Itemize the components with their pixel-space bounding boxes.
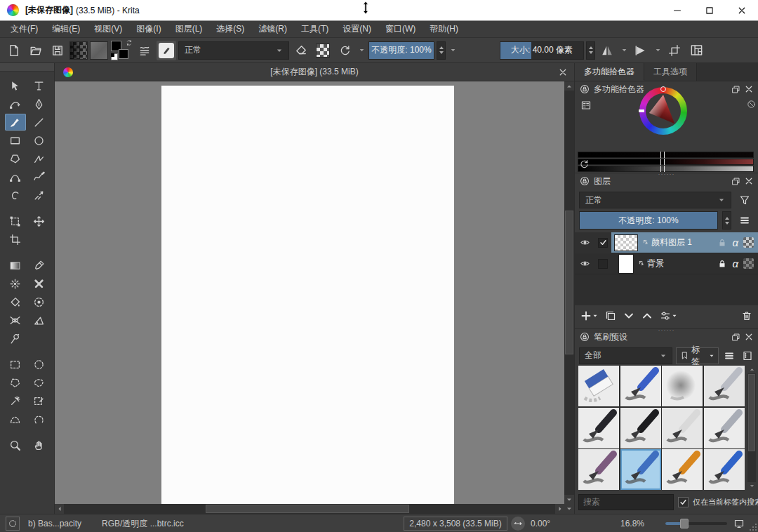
brush-preset-fineliner-white[interactable] xyxy=(662,408,703,448)
layer-inherit-alpha[interactable] xyxy=(743,237,754,248)
close-docker-icon[interactable] xyxy=(745,85,753,93)
save-button[interactable] xyxy=(48,41,67,60)
close-docker-icon[interactable] xyxy=(745,333,753,341)
layer-visibility-toggle[interactable] xyxy=(575,253,594,274)
bezier-curve-tool[interactable] xyxy=(5,168,26,185)
colorize-mask-tool[interactable] xyxy=(5,275,26,292)
mirror-horizontal-dropdown[interactable] xyxy=(619,41,629,60)
ellipse-tool[interactable] xyxy=(29,132,50,149)
background-color-swatch[interactable] xyxy=(119,49,128,59)
search-in-tag-checkbox[interactable] xyxy=(678,497,689,507)
polygon-select-tool[interactable] xyxy=(5,374,26,391)
vertical-scroll-thumb[interactable] xyxy=(565,211,573,354)
add-layer-button[interactable] xyxy=(580,310,598,321)
brush-preset-metal-pen[interactable] xyxy=(704,408,745,448)
preserve-alpha-button[interactable] xyxy=(313,41,333,60)
menu-item-10[interactable]: 帮助(H) xyxy=(423,21,465,37)
size-slider[interactable]: 大小: 40.00 像素 xyxy=(500,41,584,60)
opacity-spinner[interactable] xyxy=(437,41,446,60)
color-sampler-tool[interactable] xyxy=(29,257,50,274)
color-bar-saturation[interactable] xyxy=(578,159,754,165)
edit-brush-settings-button[interactable] xyxy=(157,41,176,60)
multibrush-tool[interactable] xyxy=(29,187,50,204)
layer-blend-dropdown[interactable]: 正常 xyxy=(579,192,731,208)
float-docker-icon[interactable] xyxy=(731,177,740,186)
layer-lock-icon[interactable] xyxy=(717,259,727,269)
color-bar-marker[interactable] xyxy=(660,166,665,172)
crop-tool[interactable] xyxy=(5,231,26,248)
magnetic-select-tool[interactable] xyxy=(29,411,50,427)
layer-inherit-alpha[interactable] xyxy=(743,258,754,269)
freehand-path-tool[interactable] xyxy=(29,168,50,185)
lock-docker-icon[interactable] xyxy=(580,84,590,94)
scroll-down-icon[interactable] xyxy=(747,482,756,490)
layer-options-button[interactable] xyxy=(736,215,754,226)
tag-button[interactable]: 标签 xyxy=(676,347,719,364)
tab-advanced-color-selector[interactable]: 多功能拾色器 xyxy=(575,63,644,81)
hue-marker[interactable] xyxy=(660,86,666,92)
similar-select-tool[interactable] xyxy=(29,392,50,409)
workspace-chooser-button[interactable] xyxy=(686,41,706,60)
rotation-icon[interactable] xyxy=(511,517,525,531)
new-document-button[interactable] xyxy=(4,41,24,60)
layer-filter-button[interactable] xyxy=(736,192,754,208)
selection-mode-button[interactable] xyxy=(6,517,20,531)
menu-item-4[interactable]: 图层(L) xyxy=(168,21,210,37)
measure-tool[interactable] xyxy=(29,312,50,328)
delete-layer-button[interactable] xyxy=(741,310,752,321)
layer-visibility-toggle[interactable] xyxy=(575,232,594,253)
menu-item-9[interactable]: 窗口(W) xyxy=(378,21,423,37)
select-shapes-tool[interactable] xyxy=(5,77,26,94)
scroll-up-icon[interactable] xyxy=(747,366,756,373)
eraser-mode-button[interactable] xyxy=(291,41,311,60)
maximize-button[interactable] xyxy=(693,0,726,20)
brush-preset-ink-ballpen[interactable] xyxy=(704,366,745,406)
gradient-tool[interactable] xyxy=(5,257,26,274)
horizontal-scrollbar[interactable] xyxy=(55,504,564,514)
bezier-select-tool[interactable] xyxy=(5,411,26,427)
brush-preset-airbrush-soft[interactable] xyxy=(662,366,703,406)
menu-item-7[interactable]: 工具(T) xyxy=(294,21,335,37)
reload-preset-dropdown[interactable] xyxy=(357,41,366,60)
brush-preset-marker-black[interactable] xyxy=(620,408,661,448)
close-button[interactable] xyxy=(726,0,758,20)
layer-properties-button[interactable] xyxy=(660,310,677,321)
layer-opacity-slider[interactable]: 不透明度: 100% xyxy=(579,211,718,230)
color-bar-marker[interactable] xyxy=(660,159,665,165)
scroll-left-icon[interactable] xyxy=(55,504,64,514)
move-tool[interactable] xyxy=(29,213,50,230)
line-tool[interactable] xyxy=(29,114,50,131)
float-docker-icon[interactable] xyxy=(731,85,740,94)
horizontal-scroll-thumb[interactable] xyxy=(206,505,409,513)
rectangle-tool[interactable] xyxy=(5,132,26,149)
layer-unlock-icon[interactable] xyxy=(717,238,727,248)
toolbox-drag-handle[interactable] xyxy=(0,63,54,72)
refresh-colors-icon[interactable] xyxy=(579,159,590,169)
duplicate-layer-button[interactable] xyxy=(605,310,616,321)
vertical-scrollbar[interactable] xyxy=(564,81,574,504)
brush-preset-eraser-soft-blue[interactable] xyxy=(620,366,661,406)
color-bar-hue[interactable] xyxy=(578,152,754,158)
assistants-tool[interactable] xyxy=(5,312,26,328)
brush-view-options-button[interactable] xyxy=(740,347,755,364)
brush-preset-blender-brush[interactable] xyxy=(578,449,619,490)
layer-checkbox[interactable] xyxy=(594,232,611,253)
layer-alpha-lock[interactable]: α xyxy=(732,258,738,270)
menu-item-3[interactable]: 图像(I) xyxy=(129,21,168,37)
opacity-dropdown[interactable] xyxy=(448,41,458,60)
mirror-vertical-button[interactable] xyxy=(631,41,651,60)
document-tab[interactable]: [未保存图像] (33.5 MiB) xyxy=(55,63,574,81)
transform-tool[interactable] xyxy=(5,213,26,230)
move-layer-up-button[interactable] xyxy=(641,310,653,321)
color-bar-marker[interactable] xyxy=(660,152,665,158)
menu-item-0[interactable]: 文件(F) xyxy=(4,21,45,37)
brush-preset-eraser-hard[interactable] xyxy=(578,366,619,406)
color-wheel[interactable] xyxy=(639,87,687,135)
fill-tool[interactable] xyxy=(5,293,26,310)
smart-patch-tool[interactable] xyxy=(29,275,50,292)
blend-mode-dropdown[interactable]: 正常 xyxy=(178,41,289,60)
zoom-tool[interactable] xyxy=(5,437,26,453)
minimize-button[interactable] xyxy=(661,0,693,20)
move-layer-down-button[interactable] xyxy=(623,310,634,321)
mirror-vertical-dropdown[interactable] xyxy=(653,41,663,60)
